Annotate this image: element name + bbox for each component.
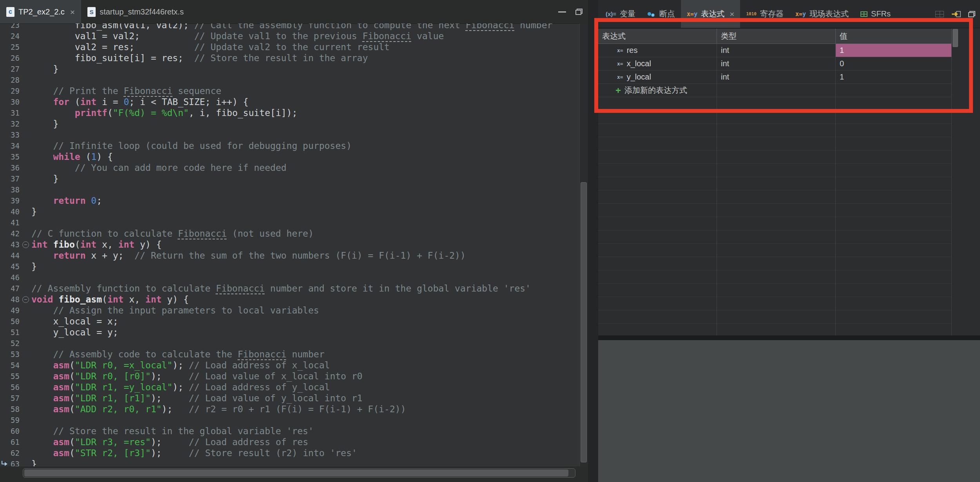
code-line[interactable]: 23 fibo_asm(val1, val2); // Call the ass… <box>0 24 579 31</box>
grid-icon[interactable] <box>935 11 944 17</box>
line-number[interactable]: 42 <box>9 228 20 239</box>
code-line[interactable]: 36 // You can add more code here if need… <box>0 162 579 173</box>
code-line[interactable]: 57 asm("LDR r1, [r1]"); // Load value of… <box>0 393 579 404</box>
line-number[interactable]: 35 <box>9 151 20 162</box>
line-number[interactable]: 24 <box>9 31 20 42</box>
code-line[interactable]: 38 <box>0 184 579 195</box>
line-number[interactable]: 30 <box>9 96 20 107</box>
line-number[interactable]: 48 <box>9 294 20 305</box>
expression-row-res[interactable]: x= res int 1 <box>598 44 952 57</box>
tab-tp2-ex2-2-c[interactable]: c TP2_ex2_2.c × <box>0 0 81 24</box>
code-line[interactable]: 59 <box>0 415 579 426</box>
expression-value-cell[interactable]: 0 <box>836 57 952 70</box>
code-line[interactable]: 35 while (1) { <box>0 151 579 162</box>
code-line[interactable]: 31 printf("F(%d) = %d\n", i, fibo_suite[… <box>0 107 579 118</box>
code-line[interactable]: 47// Assembly function to calculate Fibo… <box>0 283 579 294</box>
tab-variables[interactable]: (x)= 变量 <box>600 0 641 28</box>
horizontal-scrollbar-thumb[interactable] <box>24 469 568 477</box>
column-divider[interactable] <box>717 44 717 335</box>
code-line[interactable]: 28 <box>0 74 579 85</box>
line-number[interactable]: 45 <box>9 261 20 272</box>
line-number[interactable]: 59 <box>9 415 20 426</box>
code-line[interactable]: 30 for (int i = 0; i < TAB_SIZE; i++) { <box>0 96 579 107</box>
line-number[interactable]: 49 <box>9 305 20 316</box>
column-divider[interactable] <box>951 44 952 335</box>
line-number[interactable]: 39 <box>9 195 20 206</box>
editor-panel-sash[interactable] <box>588 0 598 482</box>
line-number[interactable]: 33 <box>9 129 20 140</box>
line-number[interactable]: 47 <box>9 283 20 294</box>
expression-row-y-local[interactable]: x= y_local int 1 <box>598 71 952 84</box>
line-number[interactable]: 32 <box>9 118 20 129</box>
code-line[interactable]: 55 asm("LDR r0, [r0]"); // Load value of… <box>0 371 579 382</box>
code-line[interactable]: 40} <box>0 206 579 217</box>
line-number[interactable]: 50 <box>9 316 20 327</box>
code-editor[interactable]: 23 fibo_asm(val1, val2); // Call the ass… <box>0 24 579 466</box>
line-number[interactable]: 55 <box>9 371 20 382</box>
code-line[interactable]: 63} <box>0 458 579 466</box>
tab-expressions[interactable]: x=y 表达式 × <box>681 0 740 28</box>
horizontal-scrollbar[interactable] <box>23 468 575 478</box>
vertical-scrollbar-thumb[interactable] <box>581 182 587 462</box>
column-divider[interactable] <box>835 44 836 335</box>
line-number[interactable]: 36 <box>9 162 20 173</box>
minimize-icon[interactable] <box>558 11 566 13</box>
code-line[interactable]: 27 } <box>0 63 579 74</box>
code-line[interactable]: 29 // Print the Fibonacci sequence <box>0 85 579 96</box>
tab-sfrs[interactable]: SFRs <box>855 0 897 28</box>
code-line[interactable]: 58 asm("ADD r2, r0, r1"); // r2 = r0 + r… <box>0 404 579 415</box>
panel-splitter[interactable] <box>598 335 980 340</box>
line-number[interactable]: 53 <box>9 349 20 360</box>
line-number[interactable]: 52 <box>9 338 20 349</box>
code-line[interactable]: 24 val1 = val2; // Update val1 to the pr… <box>0 31 579 42</box>
line-number[interactable]: 34 <box>9 140 20 151</box>
code-line[interactable]: 25 val2 = res; // Update val2 to the cur… <box>0 42 579 53</box>
line-number[interactable]: 54 <box>9 360 20 371</box>
tab-startup-stm32f446retx-s[interactable]: S startup_stm32f446retx.s <box>81 0 190 24</box>
fold-collapse-icon[interactable]: − <box>20 239 31 250</box>
code-line[interactable]: 52 <box>0 338 579 349</box>
code-line[interactable]: 51 y_local = y; <box>0 327 579 338</box>
code-line[interactable]: 44 return x + y; // Return the sum of th… <box>0 250 579 261</box>
arrow-into-box-icon[interactable] <box>951 10 961 18</box>
add-expression-cell[interactable]: + 添加新的表达方式 <box>598 84 717 97</box>
code-line[interactable]: 48−void fibo_asm(int x, int y) { <box>0 294 579 305</box>
line-number[interactable]: 60 <box>9 426 20 437</box>
expression-detail-pane[interactable] <box>598 340 980 482</box>
code-line[interactable]: 60 // Store the result in the global var… <box>0 426 579 437</box>
code-line[interactable]: 42// C function to calculate Fibonacci (… <box>0 228 579 239</box>
code-line[interactable]: 45} <box>0 261 579 272</box>
line-number[interactable]: 26 <box>9 53 20 63</box>
line-number[interactable]: 63 <box>9 458 20 466</box>
code-line[interactable]: 54 asm("LDR r0, =x_local"); // Load addr… <box>0 360 579 371</box>
expression-name-cell[interactable]: x= x_local <box>598 57 717 70</box>
code-line[interactable]: 46 <box>0 272 579 283</box>
line-number[interactable]: 43 <box>9 239 20 250</box>
code-line[interactable]: 53 // Assembly code to calculate the Fib… <box>0 349 579 360</box>
code-line[interactable]: 32 } <box>0 118 579 129</box>
table-scrollbar-thumb[interactable] <box>953 29 958 47</box>
code-line[interactable]: 39 return 0; <box>0 195 579 206</box>
line-number[interactable]: 25 <box>9 42 20 53</box>
line-number[interactable]: 58 <box>9 404 20 415</box>
fold-collapse-icon[interactable]: − <box>20 294 31 305</box>
expression-name-cell[interactable]: x= y_local <box>598 71 717 83</box>
line-number[interactable]: 37 <box>9 173 20 184</box>
code-line[interactable]: 33 <box>0 129 579 140</box>
expression-name-cell[interactable]: x= res <box>598 44 717 57</box>
code-line[interactable]: 62 asm("STR r2, [r3]"); // Store result … <box>0 448 579 458</box>
code-line[interactable]: 50 x_local = x; <box>0 316 579 327</box>
line-number[interactable]: 29 <box>9 85 20 96</box>
line-number[interactable]: 23 <box>9 24 20 31</box>
line-number[interactable]: 41 <box>9 217 20 228</box>
tab-live-expressions[interactable]: x=y 现场表达式 <box>789 0 855 28</box>
line-number[interactable]: 62 <box>9 448 20 458</box>
code-line[interactable]: 43−int fibo(int x, int y) { <box>0 239 579 250</box>
expression-row-x-local[interactable]: x= x_local int 0 <box>598 57 952 71</box>
line-number[interactable]: 57 <box>9 393 20 404</box>
line-number[interactable]: 44 <box>9 250 20 261</box>
line-number[interactable]: 61 <box>9 437 20 448</box>
line-number[interactable]: 38 <box>9 184 20 195</box>
line-number[interactable]: 28 <box>9 74 20 85</box>
close-icon[interactable]: × <box>69 8 75 16</box>
